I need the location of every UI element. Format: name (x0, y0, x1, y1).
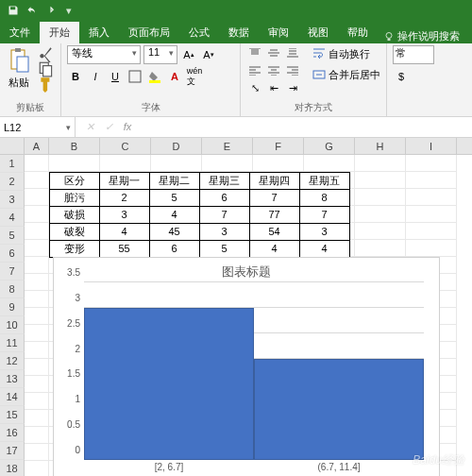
table-cell[interactable]: 脏污 (49, 189, 100, 207)
tab-review[interactable]: 审阅 (259, 22, 298, 43)
merge-center-button[interactable]: 合并后居中 (312, 66, 380, 83)
cell[interactable] (100, 155, 151, 172)
row-header[interactable]: 12 (0, 352, 25, 370)
column-header[interactable]: D (151, 138, 202, 154)
cell[interactable] (25, 308, 49, 325)
cell[interactable] (355, 206, 406, 223)
save-button[interactable] (6, 3, 21, 18)
row-header[interactable]: 3 (0, 191, 25, 209)
font-color-button[interactable]: A (166, 68, 183, 85)
table-header-cell[interactable]: 星期四 (249, 172, 300, 190)
row-header[interactable]: 5 (0, 227, 25, 245)
tell-me-search[interactable]: 操作说明搜索 (378, 29, 465, 43)
row-header[interactable]: 17 (0, 442, 25, 460)
border-button[interactable] (126, 68, 143, 85)
chart-bar[interactable] (84, 308, 254, 460)
cell[interactable] (25, 257, 49, 274)
cell[interactable] (25, 393, 49, 410)
cell[interactable] (25, 155, 49, 172)
format-painter-button[interactable] (38, 76, 55, 89)
row-header[interactable]: 16 (0, 424, 25, 442)
font-name-select[interactable]: 等线 (67, 45, 141, 64)
fill-color-button[interactable] (146, 68, 163, 85)
align-right-button[interactable] (284, 63, 301, 78)
cell[interactable] (25, 410, 49, 427)
tab-view[interactable]: 视图 (298, 22, 338, 43)
decrease-indent-button[interactable]: ⇤ (265, 80, 282, 95)
cell[interactable] (25, 291, 49, 308)
cell[interactable] (25, 427, 49, 444)
cell[interactable] (25, 359, 49, 376)
cell[interactable] (406, 189, 457, 206)
column-header[interactable]: G (304, 138, 355, 154)
table-cell[interactable]: 54 (249, 223, 300, 241)
cell[interactable] (406, 155, 457, 172)
chart-title[interactable]: 图表标题 (54, 258, 439, 282)
column-header[interactable]: C (100, 138, 151, 154)
table-header-cell[interactable]: 区分 (49, 172, 100, 190)
cell[interactable] (253, 155, 304, 172)
table-cell[interactable]: 77 (249, 206, 300, 224)
table-cell[interactable]: 4 (149, 206, 200, 224)
cell[interactable] (355, 172, 406, 189)
undo-button[interactable] (25, 3, 40, 18)
underline-button[interactable]: U (107, 68, 124, 85)
cell[interactable] (25, 172, 49, 189)
column-header[interactable]: A (25, 138, 49, 154)
table-cell[interactable]: 2 (99, 189, 150, 207)
increase-indent-button[interactable]: ⇥ (284, 80, 301, 95)
row-header[interactable]: 2 (0, 173, 25, 191)
orientation-button[interactable]: ⤡ (246, 80, 263, 95)
cancel-formula-button[interactable]: ✕ (83, 121, 96, 133)
tab-insert[interactable]: 插入 (79, 22, 119, 43)
table-cell[interactable]: 6 (199, 189, 250, 207)
row-header[interactable]: 7 (0, 263, 25, 280)
column-header[interactable]: I (406, 138, 457, 154)
table-header-cell[interactable]: 星期五 (299, 172, 350, 190)
select-all-corner[interactable] (0, 138, 25, 154)
table-header-cell[interactable]: 星期二 (149, 172, 200, 190)
decrease-font-button[interactable]: A▾ (200, 46, 217, 63)
redo-button[interactable] (43, 3, 59, 18)
data-table[interactable]: 区分星期一星期二星期三星期四星期五脏污25678破损347777破裂445354… (49, 172, 349, 257)
cell[interactable] (406, 206, 457, 223)
cell[interactable] (49, 155, 100, 172)
table-cell[interactable]: 变形 (49, 240, 100, 258)
tab-home[interactable]: 开始 (40, 22, 79, 43)
currency-button[interactable]: $ (393, 68, 410, 85)
cell[interactable] (151, 155, 202, 172)
table-header-cell[interactable]: 星期三 (199, 172, 250, 190)
embedded-chart[interactable]: 图表标题 00.511.522.533.5 [2, 6.7](6.7, 11.4… (53, 257, 440, 476)
tab-layout[interactable]: 页面布局 (119, 22, 179, 43)
table-cell[interactable]: 3 (199, 223, 250, 241)
row-header[interactable]: 1 (0, 155, 25, 173)
table-cell[interactable]: 7 (199, 206, 250, 224)
table-cell[interactable]: 破裂 (49, 223, 100, 241)
cell[interactable] (25, 325, 49, 342)
tab-formulas[interactable]: 公式 (179, 22, 219, 43)
row-header[interactable]: 14 (0, 388, 25, 406)
tab-help[interactable]: 帮助 (338, 22, 378, 43)
table-cell[interactable]: 4 (249, 240, 300, 258)
table-cell[interactable]: 8 (299, 189, 350, 207)
table-cell[interactable]: 55 (99, 240, 150, 258)
phonetic-button[interactable]: wén文 (186, 68, 203, 85)
italic-button[interactable]: I (87, 68, 104, 85)
table-cell[interactable]: 4 (99, 223, 150, 241)
table-cell[interactable]: 7 (249, 189, 300, 207)
wrap-text-button[interactable]: 自动换行 (312, 45, 380, 62)
row-header[interactable]: 11 (0, 334, 25, 352)
table-header-cell[interactable]: 星期一 (99, 172, 150, 190)
row-header[interactable]: 18 (0, 460, 25, 476)
copy-button[interactable] (38, 60, 55, 74)
column-header[interactable]: E (202, 138, 253, 154)
cell[interactable] (406, 223, 457, 240)
table-cell[interactable]: 破损 (49, 206, 100, 224)
align-bottom-button[interactable] (284, 45, 301, 60)
cell[interactable] (202, 155, 253, 172)
cell[interactable] (355, 155, 406, 172)
column-header[interactable]: F (253, 138, 304, 154)
table-cell[interactable]: 4 (299, 240, 350, 258)
cell[interactable] (25, 274, 49, 291)
table-cell[interactable]: 5 (199, 240, 250, 258)
